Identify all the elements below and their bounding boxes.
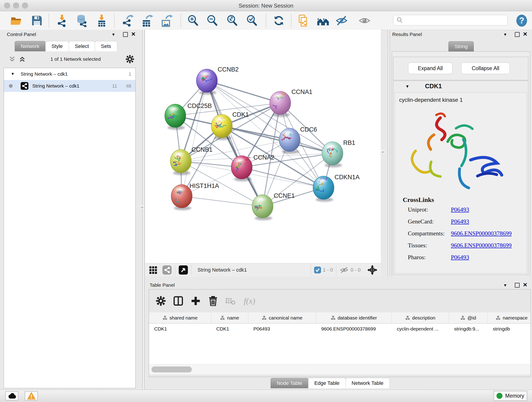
node-CDKN1A[interactable]	[313, 176, 334, 202]
tab-sets[interactable]: Sets	[95, 41, 117, 51]
expand-all-icon[interactable]	[19, 56, 26, 63]
node-CCNA1[interactable]	[270, 91, 291, 117]
warnings-button[interactable]	[25, 391, 38, 400]
delete-table-button[interactable]	[225, 295, 236, 306]
selected-checkbox-icon[interactable]	[314, 267, 321, 274]
export-network-button[interactable]	[121, 14, 134, 27]
crosslink-link[interactable]: P06493	[451, 206, 469, 213]
pan-crosshair-icon[interactable]	[367, 265, 378, 275]
results-panel: Results Panel ▾ ✕ String Expand All Coll…	[390, 30, 532, 282]
float-menu-icon[interactable]: ▾	[504, 32, 506, 37]
crosslink-link[interactable]: P06493	[451, 218, 469, 225]
node-RB1[interactable]	[322, 142, 343, 167]
splitter-handle-right[interactable]	[380, 150, 385, 154]
tab-node-table[interactable]: Node Table	[271, 378, 308, 388]
import-table-button[interactable]	[95, 14, 108, 27]
tab-network-table[interactable]: Network Table	[346, 378, 390, 388]
table-row[interactable]: CDK1CDK1P064939606.ENSP00000378699cyclin…	[149, 324, 530, 334]
network-graph[interactable]: CCNB2CCNA1CDC25BCDK1CDC6RB1CCNB1CCNA2CDK…	[145, 30, 381, 263]
close-panel-icon[interactable]: ✕	[523, 31, 527, 37]
float-panel-icon[interactable]	[515, 32, 520, 37]
node-CCNA2[interactable]	[231, 156, 252, 181]
column-header-canonical-name[interactable]: canonical name	[248, 313, 316, 323]
close-panel-icon[interactable]: ✕	[523, 282, 527, 288]
function-builder-button[interactable]: f(x)	[242, 295, 257, 306]
column-header-shared-name[interactable]: shared name	[149, 313, 211, 323]
network-canvas[interactable]: CCNB2CCNA1CDC25BCDK1CDC6RB1CCNB1CCNA2CDK…	[145, 30, 381, 263]
node-CCNE1[interactable]	[252, 195, 273, 220]
zoom-fit-button[interactable]	[226, 14, 239, 27]
memory-button[interactable]: Memory	[494, 391, 527, 401]
clone-network-button[interactable]	[296, 14, 310, 27]
edge-CCNB2-HIST1H1A[interactable]	[182, 81, 207, 196]
zoom-selected-button[interactable]	[245, 14, 259, 27]
apply-layout-button[interactable]	[272, 14, 285, 27]
table-horizontal-scrollbar[interactable]	[149, 364, 530, 375]
delete-column-button[interactable]	[208, 295, 219, 306]
column-header--id[interactable]: @id	[449, 313, 488, 323]
float-menu-icon[interactable]: ▾	[504, 282, 506, 288]
export-network-icon	[121, 14, 134, 27]
gear-icon[interactable]	[126, 55, 134, 64]
node-label-CDC25B: CDC25B	[187, 102, 212, 109]
network-collection-row[interactable]: ▼ String Network – cdk1 1	[4, 68, 135, 80]
tab-style[interactable]: Style	[45, 41, 69, 51]
show-all-button[interactable]	[358, 14, 371, 27]
close-panel-icon[interactable]: ✕	[131, 31, 136, 37]
node-CDC25B[interactable]	[165, 104, 186, 130]
search-box[interactable]	[393, 15, 508, 26]
float-panel-icon[interactable]	[123, 32, 128, 37]
node-HIST1H1A[interactable]	[171, 185, 192, 210]
import-network-button[interactable]	[55, 14, 69, 27]
column-header-label: canonical name	[269, 315, 302, 321]
table-options-button[interactable]	[155, 295, 166, 306]
vertical-splitter[interactable]	[142, 30, 145, 390]
save-session-button[interactable]	[30, 14, 44, 27]
open-session-button[interactable]	[10, 14, 23, 27]
show-columns-button[interactable]	[173, 295, 184, 306]
help-button[interactable]: ?	[515, 14, 528, 27]
column-header-name[interactable]: name	[211, 313, 248, 323]
column-header-database-identifier[interactable]: database identifier	[316, 313, 392, 323]
node-highlight	[315, 178, 328, 184]
edge-HIST1H1A-CCNE1[interactable]	[182, 196, 263, 206]
cloud-status-button[interactable]	[5, 391, 18, 400]
zoom-in-button[interactable]	[186, 14, 200, 27]
search-input[interactable]	[404, 17, 507, 23]
splitter-handle[interactable]	[139, 205, 144, 210]
zoom-out-button[interactable]	[206, 14, 219, 27]
tab-edge-table[interactable]: Edge Table	[308, 378, 346, 388]
node-CCNB1[interactable]	[170, 149, 191, 175]
tab-network[interactable]: Network	[15, 41, 46, 51]
network-overview-button[interactable]	[317, 14, 330, 27]
network-row-selected[interactable]: String Network – cdk1 11 48	[4, 80, 135, 92]
float-panel-icon[interactable]	[515, 283, 520, 288]
string-style-icon[interactable]	[162, 265, 172, 275]
tab-string[interactable]: String	[448, 41, 474, 51]
scrollbar-thumb[interactable]	[152, 366, 192, 372]
export-table-button[interactable]	[140, 14, 153, 27]
create-column-button[interactable]	[190, 295, 201, 306]
edge-CCNB2-CCNA1[interactable]	[207, 81, 280, 103]
tree-expand-icon[interactable]: ▼	[11, 72, 15, 76]
table-cell: cyclin-dependent ...	[392, 326, 449, 332]
collapse-all-icon[interactable]	[9, 56, 16, 63]
eye-icon	[358, 14, 371, 27]
collapse-all-button[interactable]: Collapse All	[461, 63, 510, 74]
expand-all-button[interactable]: Expand All	[408, 63, 452, 74]
crosslink-link[interactable]: 9606.ENSP00000378699	[451, 230, 512, 237]
hide-selected-button[interactable]	[335, 14, 348, 27]
open-in-new-window-icon[interactable]	[178, 265, 188, 275]
export-image-button[interactable]	[160, 14, 173, 27]
column-header-description[interactable]: description	[392, 313, 449, 323]
crosslink-link[interactable]: 9606.ENSP00000378699	[451, 242, 512, 249]
column-header-namespace[interactable]: namespace	[488, 313, 530, 323]
vertical-splitter-right[interactable]	[388, 30, 390, 282]
entry-collapse-icon[interactable]: ▼	[405, 84, 409, 89]
float-menu-icon[interactable]: ▾	[112, 32, 114, 37]
birds-eye-grid-icon[interactable]	[149, 265, 159, 275]
tab-select[interactable]: Select	[69, 41, 95, 51]
node-CCNB2[interactable]	[196, 69, 217, 95]
import-network-from-database-button[interactable]	[75, 14, 88, 27]
crosslink-link[interactable]: P06493	[451, 254, 469, 261]
